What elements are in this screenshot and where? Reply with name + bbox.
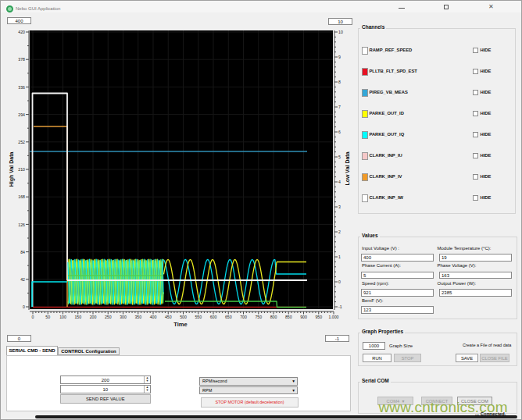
svg-text:294: 294 [18, 112, 25, 117]
svg-text:9: 9 [338, 55, 341, 59]
svg-text:850: 850 [285, 315, 292, 319]
svg-text:200: 200 [90, 315, 97, 319]
svg-text:900: 900 [300, 315, 307, 319]
svg-text:550: 550 [195, 315, 202, 319]
svg-text:450: 450 [165, 315, 172, 319]
svg-text:210: 210 [18, 167, 25, 172]
svg-text:50: 50 [45, 315, 50, 319]
svg-text:10: 10 [338, 30, 343, 34]
svg-text:7: 7 [338, 105, 341, 109]
svg-text:750: 750 [255, 315, 262, 319]
svg-text:650: 650 [225, 315, 232, 319]
svg-text:0: 0 [23, 304, 25, 309]
svg-text:1.000: 1.000 [329, 315, 339, 319]
svg-text:800: 800 [270, 315, 277, 319]
svg-text:Low Val Data: Low Val Data [345, 151, 350, 185]
svg-text:252: 252 [18, 140, 25, 144]
svg-text:378: 378 [18, 57, 25, 62]
svg-text:84: 84 [20, 250, 25, 254]
svg-text:-1: -1 [338, 304, 342, 309]
svg-text:8: 8 [338, 80, 341, 84]
svg-text:500: 500 [180, 315, 187, 319]
svg-text:6: 6 [338, 130, 341, 134]
svg-text:100: 100 [59, 315, 66, 319]
svg-text:150: 150 [74, 315, 81, 319]
svg-text:300: 300 [120, 315, 127, 319]
svg-text:4: 4 [338, 180, 341, 184]
svg-text:950: 950 [315, 315, 322, 319]
svg-text:126: 126 [18, 222, 25, 227]
svg-text:350: 350 [134, 315, 141, 319]
svg-text:42: 42 [20, 277, 25, 282]
svg-text:420: 420 [18, 30, 25, 34]
svg-text:3: 3 [338, 205, 341, 209]
svg-text:600: 600 [210, 315, 217, 319]
svg-text:1: 1 [338, 254, 341, 259]
svg-text:Time: Time [173, 321, 187, 328]
svg-text:5: 5 [338, 155, 341, 159]
svg-text:168: 168 [18, 194, 25, 199]
svg-text:336: 336 [18, 85, 25, 90]
svg-text:700: 700 [240, 315, 247, 319]
svg-text:2: 2 [338, 230, 341, 234]
svg-text:0: 0 [32, 315, 34, 319]
svg-text:400: 400 [150, 315, 157, 319]
svg-text:High Val Data: High Val Data [9, 152, 15, 187]
svg-text:250: 250 [105, 315, 112, 319]
svg-text:0: 0 [338, 279, 341, 284]
